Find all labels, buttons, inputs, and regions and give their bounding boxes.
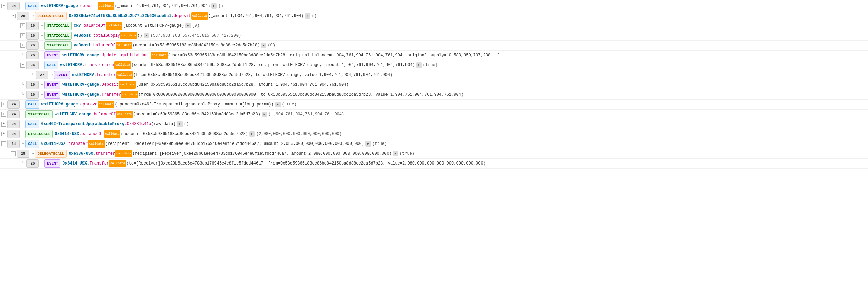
play-button[interactable]: ▶ [262, 112, 267, 117]
call-number: 24 [7, 140, 20, 148]
call-arrow: → [41, 160, 43, 167]
params: (account=0x53c59365183cc86bd842150ba8d88… [121, 131, 248, 137]
expand-button[interactable]: + [1, 132, 6, 136]
contract-name: wstETHCRV-gauge [62, 91, 99, 98]
calldata-badge[interactable]: calldata [191, 12, 208, 20]
params: () [137, 32, 142, 39]
dot: . [99, 91, 101, 98]
calldata-badge[interactable]: calldata [116, 71, 133, 79]
params: (user=0x53c59365183cc86bd842150ba8d88cc2… [168, 52, 500, 59]
method-name: balanceOf [81, 131, 103, 137]
dot: . [91, 111, 94, 118]
dot: . [66, 140, 68, 147]
dot: . [99, 52, 101, 59]
contract-name: 0x9336da074c4f585a8b59a8c2b77a32b630cde5… [69, 13, 171, 19]
expand-button[interactable]: + [1, 102, 6, 107]
play-button[interactable]: ▶ [393, 151, 398, 156]
collapse-button[interactable]: − [11, 151, 16, 156]
dot: . [99, 81, 101, 88]
call-result: (2,080,000,000,000,000,000,000,000) [256, 131, 342, 137]
call-arrow: → [51, 72, 53, 78]
play-button[interactable]: ▶ [305, 13, 310, 19]
params: (account=wstETHCRV-gauge) [123, 22, 184, 29]
call-type-badge: CALL [25, 140, 39, 148]
call-type-badge: EVENT [44, 91, 60, 99]
call-type-badge: CALL [25, 120, 39, 128]
call-type-badge: STATICCALL [44, 41, 72, 50]
play-button[interactable]: ▶ [275, 102, 281, 107]
method-name: balanceOf [93, 42, 115, 49]
trace-row: +24→STATICCALLwstETHCRV-gauge.balanceOfc… [0, 110, 868, 119]
method-name: balanceOf [94, 111, 116, 118]
calldata-badge[interactable]: calldata [114, 61, 131, 69]
play-button[interactable]: ▶ [249, 131, 255, 137]
calldata-badge[interactable]: calldata [98, 101, 114, 108]
call-type-badge: EVENT [54, 71, 70, 79]
call-result: () [312, 13, 317, 19]
method-name: UpdateLiquidityLimit [101, 52, 150, 59]
trace-row: +24→CALLwstETHCRV-gauge.approvecalldata(… [0, 100, 868, 110]
calldata-badge[interactable]: calldata [116, 42, 132, 49]
leaf-indicator: └ [20, 92, 25, 97]
calldata-badge[interactable]: calldata [120, 32, 137, 39]
calldata-badge[interactable]: calldata [115, 150, 132, 157]
trace-row: └27→EVENTwstETHCRV.Transfercalldata(from… [0, 70, 868, 80]
trace-row: └26→EVENTwstETHCRV-gauge.Transfercalldat… [0, 90, 868, 100]
calldata-badge[interactable]: calldata [116, 111, 133, 118]
call-number: 24 [7, 100, 20, 109]
call-result: (true) [423, 62, 438, 69]
contract-name: CRV [74, 22, 81, 29]
collapse-button[interactable]: − [11, 14, 16, 18]
play-button[interactable]: ▶ [211, 3, 217, 9]
params: (from=0x53c59365183cc86bd842150ba8d88cc2… [133, 72, 392, 78]
calldata-badge[interactable]: calldata [88, 140, 105, 148]
expand-button[interactable]: + [1, 122, 6, 127]
call-result: () [184, 121, 189, 128]
call-number: 24 [7, 130, 20, 138]
dot: . [78, 101, 80, 108]
play-button[interactable]: ▶ [177, 121, 183, 127]
calldata-badge[interactable]: calldata [98, 2, 114, 10]
expand-button[interactable]: + [20, 33, 25, 38]
dot: . [171, 13, 174, 19]
call-arrow: → [22, 131, 24, 137]
expand-button[interactable]: + [1, 112, 6, 117]
expand-button[interactable]: + [20, 23, 25, 28]
call-result: (0) [192, 22, 200, 29]
contract-name: 0xe386-USX [69, 150, 93, 157]
calldata-badge[interactable]: calldata [106, 22, 122, 30]
trace-row: └26→EVENTwstETHCRV-gauge.Depositcalldata… [0, 80, 868, 90]
call-arrow: → [41, 22, 43, 29]
method-name: totalSupply [93, 32, 120, 39]
trace-container: −24→CALLwstETHCRV-gauge.depositcalldata(… [0, 0, 868, 170]
dot: . [79, 131, 81, 137]
play-button[interactable]: ▶ [365, 141, 371, 147]
dot: . [94, 72, 96, 78]
call-arrow: → [32, 150, 34, 157]
expand-button[interactable]: + [20, 43, 25, 48]
calldata-badge[interactable]: calldata [104, 130, 120, 138]
dot: . [82, 62, 84, 69]
collapse-button[interactable]: − [1, 141, 6, 146]
call-type-badge: CALL [44, 61, 58, 69]
dot: . [91, 32, 93, 39]
method-name: transfer [96, 150, 115, 157]
play-button[interactable]: ▶ [185, 23, 191, 28]
calldata-badge[interactable]: calldata [121, 91, 138, 98]
call-number: 25 [17, 12, 29, 20]
call-arrow: → [22, 101, 24, 108]
params: (_amount=1,904,761,904,761,904,761,904) [115, 3, 210, 9]
leaf-indicator: └ [30, 73, 35, 77]
call-result: () [218, 3, 223, 9]
play-button[interactable]: ▶ [144, 33, 149, 38]
play-button[interactable]: ▶ [261, 43, 266, 48]
call-number: 27 [36, 71, 48, 79]
calldata-badge[interactable]: calldata [151, 52, 167, 59]
calldata-badge[interactable]: calldata [119, 81, 136, 89]
collapse-button[interactable]: − [20, 63, 25, 68]
collapse-button[interactable]: − [1, 4, 6, 8]
dot: . [124, 121, 127, 128]
play-button[interactable]: ▶ [416, 62, 422, 68]
params: (from=0x00000000000000000000000000000000… [138, 91, 464, 98]
calldata-badge[interactable]: calldata [109, 160, 126, 167]
